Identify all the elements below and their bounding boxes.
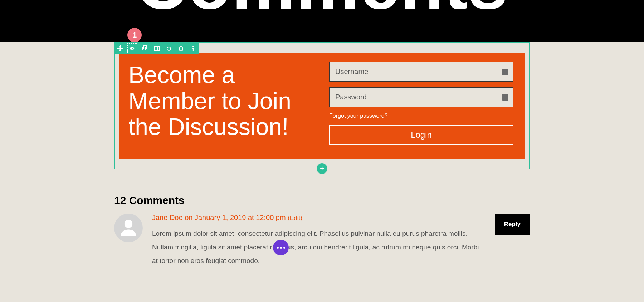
annotation-marker-1: 1	[127, 28, 142, 42]
comments-count-heading: 12 Comments	[114, 194, 530, 206]
duplicate-icon[interactable]	[138, 42, 151, 54]
comment-timestamp: on January 1, 2019 at 12:00 pm	[185, 214, 286, 221]
power-icon[interactable]	[163, 42, 175, 54]
svg-point-9	[193, 50, 194, 51]
svg-rect-1	[143, 46, 147, 49]
comment-text: Lorem ipsum dolor sit amet, consectetur …	[152, 227, 483, 268]
cta-text-column: Become a Member to Join the Discussion!	[128, 62, 313, 145]
reply-button[interactable]: Reply	[495, 214, 530, 235]
svg-rect-2	[154, 46, 159, 50]
username-input[interactable]	[329, 62, 513, 82]
username-field-wrap	[329, 62, 513, 82]
comment-item: Jane Doe on January 1, 2019 at 12:00 pm …	[114, 214, 530, 268]
autofill-icon	[502, 69, 508, 75]
cta-heading: Become a Member to Join the Discussion!	[128, 62, 313, 140]
builder-section[interactable]: Become a Member to Join the Discussion! …	[114, 42, 530, 169]
password-field-wrap	[329, 87, 513, 107]
columns-icon[interactable]	[151, 42, 163, 54]
add-row-button[interactable]: +	[317, 163, 327, 174]
page-title: Comments	[0, 0, 644, 20]
password-input[interactable]	[329, 87, 513, 107]
comment-body: Jane Doe on January 1, 2019 at 12:00 pm …	[152, 214, 486, 268]
comment-edit-link[interactable]: Edit	[288, 215, 302, 221]
more-vertical-icon[interactable]	[187, 42, 199, 54]
settings-icon[interactable]	[126, 42, 138, 54]
login-cta-module: Become a Member to Join the Discussion! …	[119, 53, 525, 159]
avatar	[114, 214, 143, 242]
hero-header: Comments	[0, 0, 644, 42]
forgot-password-link[interactable]: Forgot your password?	[329, 113, 388, 119]
comments-section: 12 Comments Jane Doe on January 1, 2019 …	[114, 194, 530, 268]
move-handle-icon[interactable]	[114, 42, 126, 54]
login-button[interactable]: Login	[329, 125, 513, 145]
autofill-icon	[502, 94, 508, 101]
comment-author-link[interactable]: Jane Doe	[152, 214, 183, 221]
comment-meta: Jane Doe on January 1, 2019 at 12:00 pm …	[152, 214, 486, 222]
builder-fab-more-icon[interactable]	[273, 240, 289, 255]
section-toolbar	[114, 42, 199, 54]
svg-point-8	[193, 48, 194, 49]
login-form: Forgot your password? Login	[327, 62, 516, 145]
svg-rect-0	[142, 47, 146, 50]
trash-icon[interactable]	[175, 42, 187, 54]
svg-point-7	[193, 46, 194, 47]
